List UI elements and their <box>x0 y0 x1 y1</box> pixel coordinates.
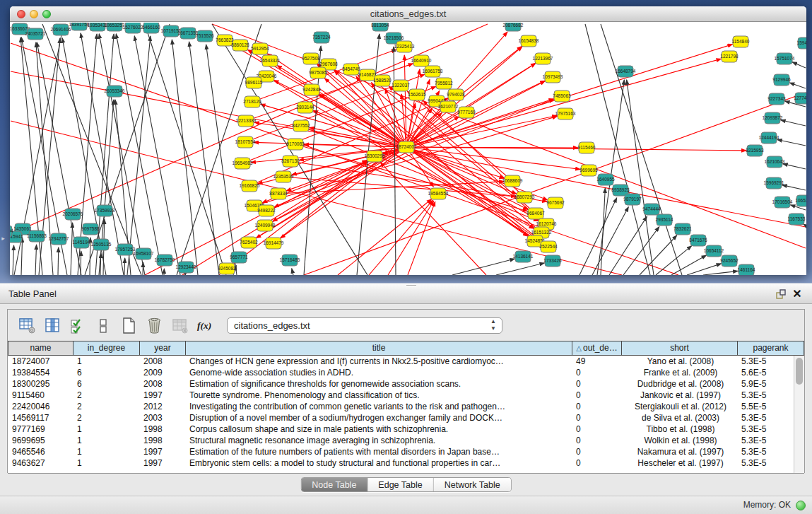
table-cell[interactable]: 2 <box>73 390 139 401</box>
table-cell[interactable]: 2 <box>73 401 139 412</box>
graph-edge[interactable] <box>380 163 486 275</box>
column-header-short[interactable]: short <box>621 341 737 356</box>
table-row[interactable]: 946362711997Embryonic stem cells: a mode… <box>8 457 804 469</box>
collapse-left-panel-arrow[interactable]: ▸ <box>0 233 6 243</box>
table-cell[interactable]: Corpus callosum shape and size in male p… <box>185 424 572 435</box>
table-cell[interactable]: 0 <box>572 401 621 412</box>
table-cell[interactable]: 1 <box>73 446 139 457</box>
table-row[interactable]: 969969511998Structural magnetic resonanc… <box>8 435 804 446</box>
table-row[interactable]: 1830029562008Estimation of significance … <box>8 378 804 390</box>
table-cell[interactable]: 1997 <box>139 457 185 469</box>
table-cell[interactable]: 9465546 <box>8 446 73 457</box>
table-cell[interactable]: 1 <box>73 457 139 469</box>
table-selector-dropdown[interactable]: citations_edges.txt ▲▼ <box>227 317 502 334</box>
table-cell[interactable]: 18300295 <box>8 378 73 390</box>
column-header-in_degree[interactable]: in_degree <box>73 341 139 356</box>
graph-edge[interactable] <box>369 200 433 275</box>
table-cell[interactable]: 1997 <box>139 446 185 457</box>
graph-edge[interactable] <box>71 223 73 275</box>
graph-edge[interactable] <box>172 40 198 275</box>
table-cell[interactable]: Jankovic et al. (1997) <box>621 390 737 401</box>
graph-edge[interactable] <box>782 185 806 190</box>
table-cell[interactable]: Estimation of significance thresholds fo… <box>185 378 572 390</box>
delete-column-icon[interactable] <box>145 316 164 335</box>
table-cell[interactable]: Wolkin et al. (1998) <box>621 435 737 446</box>
table-cell[interactable]: 6 <box>73 378 139 390</box>
graph-edge[interactable] <box>116 34 163 275</box>
table-cell[interactable]: 0 <box>572 390 621 401</box>
graph-edge[interactable] <box>601 188 605 275</box>
network-window-titlebar[interactable]: citations_edges.txt <box>10 6 806 22</box>
graph-edge[interactable] <box>792 62 806 68</box>
table-cell[interactable]: Franke et al. (2009) <box>621 367 737 378</box>
network-window[interactable]: citations_edges.txt 18724007163366792403… <box>10 6 806 275</box>
table-cell[interactable]: 1998 <box>139 424 185 435</box>
table-cell[interactable]: Stergiakouli et al. (2012) <box>621 401 737 412</box>
table-cell[interactable]: 1998 <box>139 435 185 446</box>
table-scrollbar[interactable] <box>794 356 804 474</box>
table-cell[interactable]: Investigating the contribution of common… <box>185 401 572 412</box>
table-cell[interactable]: 0 <box>572 367 621 378</box>
table-cell[interactable]: 9115460 <box>8 390 73 401</box>
network-graph-canvas[interactable]: 1872400716336679240357212069140618391758… <box>10 23 806 275</box>
graph-edge[interactable] <box>58 247 59 275</box>
table-cell[interactable]: Hescheler et al. (1997) <box>621 457 737 469</box>
minimize-window-button[interactable] <box>30 10 38 18</box>
table-cell[interactable]: 1 <box>73 356 139 367</box>
graph-edge[interactable] <box>292 269 293 275</box>
graph-edge[interactable] <box>703 271 738 275</box>
table-cell[interactable]: 2012 <box>139 401 185 412</box>
table-cell[interactable]: 0 <box>572 378 621 390</box>
table-cell[interactable]: 9777169 <box>8 424 73 435</box>
citation-network-graph[interactable]: 1872400716336679240357212069140618391758… <box>10 23 806 275</box>
row-filter-icon[interactable] <box>94 316 113 335</box>
graph-edge[interactable] <box>804 224 806 226</box>
tab-node-table[interactable]: Node Table <box>301 478 367 491</box>
graph-edge[interactable] <box>408 201 435 275</box>
graph-edge[interactable] <box>781 120 806 126</box>
close-window-button[interactable] <box>17 10 25 18</box>
graph-edge[interactable] <box>319 94 406 147</box>
graph-edge[interactable] <box>609 216 647 275</box>
table-cell[interactable]: 6 <box>73 367 139 378</box>
table-cell[interactable]: Dudbridge et al. (2008) <box>621 378 737 390</box>
table-cell[interactable]: 1997 <box>139 390 185 401</box>
table-body[interactable]: 1872400712008Changes of HCN gene express… <box>8 356 804 474</box>
graph-edge[interactable] <box>124 258 125 275</box>
column-header-out_de[interactable]: △out_de… <box>572 341 621 356</box>
column-header-name[interactable]: name <box>8 341 73 356</box>
table-cell[interactable]: 0 <box>572 457 621 469</box>
table-cell[interactable]: Structural magnetic resonance image aver… <box>185 435 572 446</box>
graph-edge[interactable] <box>623 227 659 275</box>
graph-edge[interactable] <box>145 160 367 275</box>
table-mode-icon[interactable] <box>18 316 37 335</box>
table-cell[interactable]: 14569117 <box>8 412 73 424</box>
create-column-icon[interactable] <box>119 316 139 335</box>
table-row[interactable]: 2242004622012Investigating the contribut… <box>8 401 804 412</box>
graph-edge[interactable] <box>317 64 548 247</box>
table-cell[interactable]: 0 <box>572 435 621 446</box>
graph-edge[interactable] <box>286 147 406 191</box>
table-cell[interactable]: 22420046 <box>8 401 73 412</box>
import-table-icon[interactable] <box>170 316 189 335</box>
table-cell[interactable]: Tourette syndrome. Phenomenology and cla… <box>185 390 572 401</box>
row-selection-icon[interactable] <box>69 316 88 335</box>
graph-edge[interactable] <box>301 126 539 221</box>
panel-splitter-handle[interactable] <box>406 285 416 287</box>
table-cell[interactable]: Tibbo et al. (1998) <box>621 424 737 435</box>
table-row[interactable]: 977716911998Corpus callosum shape and si… <box>8 424 804 435</box>
table-cell[interactable]: 9463627 <box>8 457 73 469</box>
table-cell[interactable]: 2008 <box>139 378 185 390</box>
table-cell[interactable]: 0 <box>572 446 621 457</box>
table-cell[interactable]: Embryonic stem cells: a model to study s… <box>185 457 572 469</box>
table-cell[interactable]: 2008 <box>139 356 185 367</box>
graph-edge[interactable] <box>81 251 81 275</box>
graph-edge[interactable] <box>496 263 544 275</box>
table-cell[interactable]: de Silva et al. (2003) <box>621 412 737 424</box>
scrollbar-thumb[interactable] <box>796 358 803 385</box>
column-header-pagerank[interactable]: pagerank <box>737 341 804 356</box>
graph-edge[interactable] <box>13 245 14 275</box>
table-cell[interactable]: Estimation of the future numbers of pati… <box>185 446 572 457</box>
graph-edge[interactable] <box>35 245 37 275</box>
float-panel-icon[interactable] <box>775 288 787 300</box>
